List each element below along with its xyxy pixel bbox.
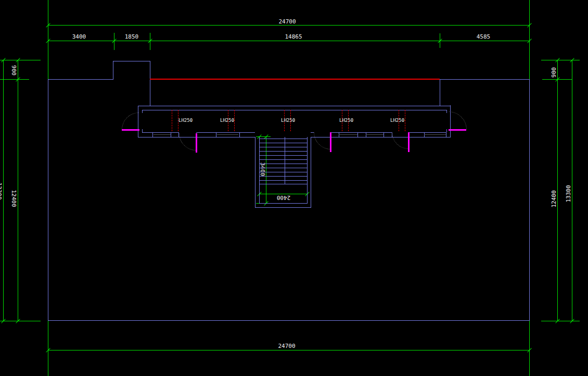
dim-line-top-total — [48, 25, 529, 26]
beam-label: LH250 — [220, 118, 234, 123]
beam-label: LH250 — [281, 118, 295, 123]
extension-line — [541, 321, 580, 321]
window-pane — [366, 134, 384, 135]
wall-right — [529, 79, 530, 321]
dim-text-left-outer: 13300 — [0, 182, 2, 199]
wall-connector-left — [150, 61, 150, 106]
door-leaf — [122, 129, 139, 131]
stair-wall-outer — [255, 137, 255, 207]
mullion — [357, 132, 358, 137]
mullion — [171, 132, 171, 137]
dim-line-right-outer — [572, 60, 572, 321]
stair-tread — [259, 159, 307, 160]
extension-line — [529, 320, 530, 376]
corridor-outer-top — [138, 106, 451, 106]
stair-tread — [259, 151, 307, 152]
wall-notch — [113, 61, 113, 80]
window-pane — [217, 134, 238, 135]
door-leaf — [330, 132, 331, 152]
beam-mark-line — [234, 110, 235, 131]
beam-mark-line — [172, 110, 172, 131]
wall-connector-right — [440, 79, 440, 106]
stair-wall-inner — [259, 203, 308, 204]
dim-line-left-outer — [3, 60, 4, 321]
dim-text-top-total: 24700 — [278, 19, 296, 24]
stair-tread — [259, 143, 307, 143]
extension-line — [48, 320, 48, 376]
dim-text-segment-3: 14865 — [285, 34, 302, 40]
stair-tread — [259, 168, 307, 168]
stair-tread — [259, 180, 307, 181]
dim-text-segment-4: 4585 — [477, 34, 491, 40]
corridor-inner-top — [142, 110, 446, 110]
stair-wall-inner — [307, 137, 308, 203]
stair-wall-outer — [255, 207, 311, 208]
wall-notch — [113, 61, 150, 61]
dim-line-top-segments — [48, 41, 529, 41]
mullion — [239, 132, 240, 137]
dim-line-right-inner — [557, 60, 558, 321]
window-pane — [154, 134, 171, 135]
dim-text-right-inner: 12400 — [551, 190, 557, 207]
dim-text-segment-1: 3400 — [72, 34, 86, 40]
wall-top-right — [440, 79, 529, 80]
dim-text-segment-2: 1850 — [125, 34, 139, 40]
dim-text-stair-width: 2400 — [277, 195, 291, 200]
stair-landing-line — [259, 184, 307, 184]
stair-tread — [259, 164, 307, 164]
dim-line-left-inner — [18, 60, 18, 321]
mullion — [216, 132, 216, 137]
stair-wall-outer — [311, 137, 311, 207]
extension-line — [0, 60, 41, 60]
door-leaf — [449, 129, 466, 131]
wall-top-left — [48, 79, 113, 80]
dim-text-left-inner: 12400 — [11, 190, 17, 207]
stair-tread — [259, 155, 307, 156]
dim-text-bottom-total: 24700 — [278, 343, 295, 349]
dim-text-right-outer: 13300 — [566, 185, 571, 202]
dim-line-bottom-total — [48, 350, 529, 350]
beam-line-red — [150, 79, 440, 80]
dim-text-left-offset: 900 — [11, 65, 17, 76]
extension-line — [541, 60, 580, 60]
wall-left — [48, 79, 48, 321]
mullion — [366, 132, 366, 137]
stair-tread — [259, 172, 307, 172]
extension-line — [0, 79, 29, 80]
mullion — [384, 132, 384, 137]
door-leaf — [196, 133, 197, 153]
cad-drawing-viewport[interactable]: 24700 3400 1850 14865 4585 24700 900 124… — [0, 0, 588, 376]
wall-bottom — [48, 320, 530, 321]
stair-tread — [259, 176, 307, 177]
door-leaf — [408, 132, 410, 152]
stair-tread — [259, 147, 307, 147]
dim-text-right-offset: 900 — [551, 67, 557, 78]
stair-tread — [259, 139, 307, 139]
stair-divider — [285, 137, 285, 184]
extension-line — [0, 321, 41, 321]
dim-text-stair-run: 3400 — [260, 162, 265, 177]
